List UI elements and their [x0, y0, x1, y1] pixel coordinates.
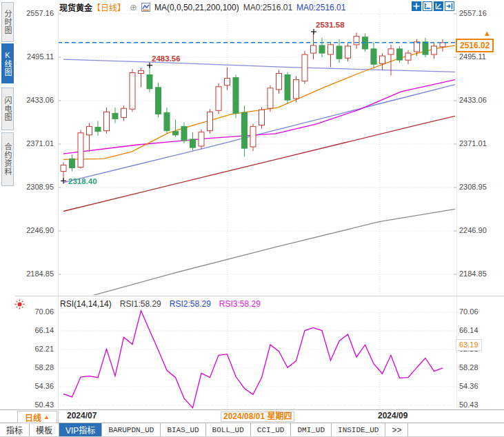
bottom-tab->>[interactable]: >> — [385, 423, 408, 436]
ma-params-label: MA(0,0,50,21,200,100) — [154, 3, 239, 12]
symbol-title: 现货黄金 — [59, 1, 92, 13]
bottom-tab-BIAS_UD[interactable]: BIAS_UD — [161, 423, 205, 436]
bottom-tab-模板[interactable]: 模板 — [30, 423, 59, 436]
x-axis-date-label: 2024/08/01 星期四 — [221, 411, 294, 422]
price-axis-label-right: 2557.16 — [459, 9, 487, 18]
ma0-value-2: MA0:2516.01 — [296, 3, 345, 12]
period-label: 【日线】 — [92, 1, 125, 13]
rsi-axis-label-right: 66.14 — [459, 326, 478, 335]
collapse-panel-icon[interactable] — [445, 1, 454, 11]
date-row-divider — [58, 410, 59, 423]
price-axis-label-left: 2184.85 — [18, 270, 54, 278]
indicator-tabs-bar: 指标模板VIP指标BARUPDN_UDBIAS_UDBOLL_UDCCI_UDD… — [0, 423, 504, 437]
price-axis-label-right: 2433.06 — [459, 96, 487, 105]
rsi2-value: RSI2:58.29 — [170, 299, 211, 309]
pane-separator — [15, 296, 504, 296]
rsi-params-label: RSI(14,14,14) — [60, 299, 112, 309]
price-axis-label-left: 2495.11 — [18, 52, 54, 61]
sidebar-tab-2[interactable]: K线图 — [1, 43, 14, 83]
rsi-axis-label-right: 50.43 — [459, 400, 478, 409]
ma-blue — [63, 85, 455, 183]
period-selector-button[interactable]: 日线 ▲ — [17, 411, 57, 423]
price-axis-label-right: 2184.85 — [459, 270, 487, 278]
ma-orange — [63, 45, 455, 159]
bottom-tab-BOLL_UD[interactable]: BOLL_UD — [206, 423, 251, 436]
axis-range-icon[interactable] — [423, 1, 432, 11]
rsi-axis-label-right: 54.36 — [459, 382, 478, 391]
trading-app-window: 现货黄金 【日线】 ⊕ MA(0,0,50,21,200,100) MA0:25… — [0, 0, 504, 437]
candlestick-series — [61, 32, 445, 181]
chevron-up-icon: ▲ — [43, 414, 50, 420]
sidebar-tab-4[interactable]: 合约资料 — [1, 132, 14, 186]
rsi-current-tag: 63.19 — [456, 339, 482, 351]
rsi-axis-label-left: 66.14 — [18, 326, 54, 335]
price-axis-label-right: 2246.90 — [459, 226, 487, 235]
rsi-axis-label-left: 58.28 — [18, 363, 54, 372]
x-axis-date-label: 2024/09 — [378, 411, 407, 420]
price-axis-label-right: 2308.95 — [459, 183, 487, 192]
plot-left-border — [58, 10, 59, 408]
expand-icon[interactable]: ⊕ — [130, 2, 137, 12]
pan-crosshair-icon[interactable] — [412, 1, 421, 11]
sidebar-tab-1[interactable]: 分时图 — [1, 2, 14, 42]
price-axis-label-left: 2371.01 — [18, 139, 54, 148]
price-axis-label-right: 2495.11 — [459, 52, 486, 61]
chart-toolbar — [412, 1, 454, 11]
rsi-axis-label-right: 70.06 — [459, 307, 478, 316]
price-axis-label-right: 2371.01 — [459, 139, 487, 148]
price-up-arrow-icon: ▲ — [483, 29, 491, 37]
chart-canvas[interactable] — [0, 0, 504, 437]
price-axis-label-left: 2557.16 — [18, 9, 54, 18]
axis-scale-icon[interactable] — [434, 1, 443, 11]
price-axis-label-left: 2308.95 — [18, 183, 54, 192]
price-axis-label-left: 2433.06 — [18, 96, 54, 105]
price-annotation: 2531.58 — [316, 21, 345, 30]
ma-chart-icon[interactable] — [141, 3, 150, 12]
price-annotation: 2318.40 — [68, 177, 97, 186]
ma-darkred — [63, 116, 455, 211]
ma-lavender — [63, 59, 455, 72]
rsi-line — [63, 311, 443, 408]
x-axis-date-label: 2024/07 — [67, 411, 97, 420]
bottom-tab-VIP指标[interactable]: VIP指标 — [59, 423, 102, 436]
rsi-axis-label-right: 58.28 — [459, 363, 478, 372]
bottom-tab-BARUPDN_UD[interactable]: BARUPDN_UD — [102, 423, 161, 436]
ma0-value-1: MA0:2516.01 — [243, 3, 292, 12]
ma-gray — [76, 209, 455, 300]
sidebar-tab-3[interactable]: 闪电图 — [1, 88, 14, 130]
price-annotation: 2483.56 — [152, 54, 181, 63]
rsi-axis-label-left: 62.21 — [18, 345, 54, 354]
bottom-tab-指标[interactable]: 指标 — [0, 423, 30, 436]
bottom-tab-DMI_UD[interactable]: DMI_UD — [291, 423, 332, 436]
bottom-tab-CCI_UD[interactable]: CCI_UD — [251, 423, 292, 436]
rsi-axis-label-left: 50.43 — [18, 400, 54, 409]
period-button-label: 日线 — [25, 411, 41, 423]
rsi3-value: RSI3:58.29 — [219, 299, 261, 309]
last-price-tag: 2516.02 — [456, 39, 494, 52]
bottom-tab-INSIDE_UD[interactable]: INSIDE_UD — [332, 423, 385, 436]
rsi1-value: RSI1:58.29 — [120, 299, 161, 309]
indicator-settings-sun-icon[interactable] — [14, 299, 25, 312]
rsi-header: RSI(14,14,14) RSI1:58.29 RSI2:58.29 RSI3… — [60, 299, 261, 309]
chart-header: 现货黄金 【日线】 ⊕ MA(0,0,50,21,200,100) MA0:25… — [59, 2, 345, 12]
rsi-axis-label-left: 54.36 — [18, 382, 54, 391]
price-axis-label-left: 2246.90 — [18, 226, 54, 235]
